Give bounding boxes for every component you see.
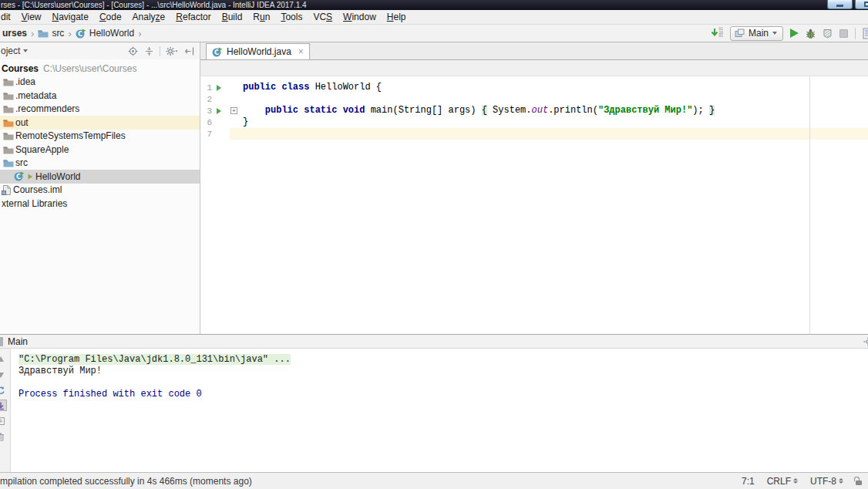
menu-item-tools[interactable]: Tools	[275, 11, 308, 23]
line-number: 2	[200, 94, 212, 106]
menu-item-code[interactable]: Code	[94, 11, 127, 23]
chevron-down-icon[interactable]	[20, 49, 31, 52]
settings-icon[interactable]	[863, 337, 868, 346]
menu-item-run[interactable]: Run	[247, 11, 275, 23]
svg-text:C: C	[78, 30, 82, 38]
menu-item-view[interactable]: View	[16, 11, 47, 23]
menu-item-build[interactable]: Build	[217, 11, 248, 23]
menu-item-vcs[interactable]: VCS	[308, 11, 338, 23]
code-line[interactable]: 6}	[200, 116, 868, 128]
fold-column	[230, 82, 241, 93]
folder-out-icon	[3, 118, 14, 127]
menu-item-navigate[interactable]: Navigate	[47, 11, 94, 23]
tree-item-remotesystemstempfiles[interactable]: RemoteSystemsTempFiles	[0, 130, 200, 143]
collapse-all-icon[interactable]	[141, 46, 157, 56]
tree-item-metadata[interactable]: .metadata	[0, 89, 200, 103]
code-text: }	[241, 116, 248, 128]
run-panel-header: Main	[0, 335, 868, 349]
code-line[interactable]: 1public class HelloWorld {	[200, 82, 868, 93]
tree-item-label: xternal Libraries	[2, 198, 67, 209]
gutter: 6	[200, 116, 230, 128]
console-output[interactable]: "C:\Program Files\Java\jdk1.8.0_131\bin\…	[11, 349, 868, 472]
minimize-button[interactable]	[827, 0, 853, 9]
run-tab-label[interactable]: Main	[8, 336, 28, 347]
fold-column	[230, 116, 241, 128]
soft-wrap-icon[interactable]	[0, 400, 6, 410]
breadcrumb-label: urses	[2, 28, 27, 39]
tree-item-src[interactable]: src	[0, 157, 200, 170]
chevron-down-icon	[772, 32, 777, 35]
folder-icon	[3, 91, 14, 100]
tree-item-label: Courses.iml	[13, 184, 62, 195]
run-button[interactable]	[790, 29, 799, 38]
fold-column	[230, 128, 241, 140]
clear-console-icon[interactable]	[0, 431, 6, 441]
scroll-end-icon[interactable]	[0, 416, 6, 426]
window-controls	[827, 0, 868, 9]
caret-position-widget[interactable]: 7:1	[742, 476, 755, 487]
gear-icon[interactable]	[163, 46, 181, 56]
update-project-icon[interactable]: 01 10 01	[711, 28, 723, 39]
run-configuration-select[interactable]: Main	[730, 26, 783, 41]
tree-item-recommenders[interactable]: .recommenders	[0, 103, 200, 116]
menu-item-dit[interactable]: dit	[0, 11, 16, 23]
stop-button[interactable]	[839, 29, 848, 38]
up-stack-icon[interactable]	[0, 354, 6, 364]
tree-item-squareapple[interactable]: SquareApple	[0, 143, 200, 157]
console-line: Process finished with exit code 0	[19, 389, 868, 400]
editor: C HelloWorld.java × 1public class HelloW…	[200, 42, 868, 334]
breadcrumb-item-helloworld[interactable]: CHelloWorld	[74, 28, 136, 39]
locate-icon[interactable]	[125, 46, 141, 56]
tab-helloworld-java[interactable]: C HelloWorld.java ×	[206, 43, 310, 60]
restart-icon[interactable]	[0, 385, 6, 395]
class-icon: C	[76, 29, 86, 39]
tree-item-courses-iml[interactable]: Courses.iml	[0, 184, 200, 197]
breadcrumb-item-urses[interactable]: urses	[1, 28, 29, 39]
main-area: oject CoursesC:\Users\user\Courses.idea.…	[0, 42, 868, 334]
gutter: 7	[200, 128, 230, 140]
tree-item-idea[interactable]: .idea	[0, 76, 200, 89]
readonly-lock-icon[interactable]	[856, 481, 862, 485]
run-configuration-label: Main	[749, 28, 769, 39]
menu-item-analyze[interactable]: Analyze	[127, 11, 171, 23]
run-with-coverage-button[interactable]	[823, 29, 833, 39]
run-gutter-icon[interactable]	[217, 108, 221, 114]
down-stack-icon[interactable]	[0, 369, 6, 379]
file-icon	[2, 185, 12, 195]
tree-item-out[interactable]: out	[0, 116, 200, 130]
tree-item-label: Courses	[2, 63, 39, 74]
maximize-button[interactable]	[855, 0, 868, 9]
updown-arrows-icon	[793, 478, 798, 484]
tree-item-courses[interactable]: CoursesC:\Users\user\Courses	[0, 62, 200, 76]
encoding-widget[interactable]: UTF-8	[810, 476, 843, 487]
menu-item-help[interactable]: Help	[382, 11, 412, 23]
panel-header-divider	[160, 46, 160, 56]
event-list-icon[interactable]	[863, 28, 868, 39]
line-number: 7	[200, 129, 212, 140]
navigation-bar: urses›src›CHelloWorld› 01 10 01 Main	[0, 25, 868, 42]
menu-item-refactor[interactable]: Refactor	[170, 11, 216, 23]
svg-text:C: C	[214, 49, 219, 56]
code-line[interactable]: 7	[200, 128, 868, 140]
code-line[interactable]: 2	[200, 93, 868, 105]
breadcrumb-item-src[interactable]: src	[36, 28, 66, 39]
tree-item-xternal-libraries[interactable]: xternal Libraries	[0, 197, 200, 211]
window-title: rses - [C:\Users\user\Courses] - [Course…	[1, 1, 307, 9]
project-panel-title: oject	[0, 46, 20, 56]
code-area[interactable]: 1public class HelloWorld {23+ public sta…	[200, 76, 868, 334]
fold-toggle-icon[interactable]: +	[230, 107, 237, 114]
run-toolbar: 01 10 01 Main	[711, 26, 868, 41]
console-line: Здравствуй Мир!	[19, 366, 868, 377]
debug-button[interactable]	[806, 29, 816, 39]
hide-panel-icon[interactable]	[181, 46, 197, 56]
project-tree: CoursesC:\Users\user\Courses.idea.metada…	[0, 59, 200, 334]
run-toolwindow-icon	[0, 337, 3, 346]
line-ending-widget[interactable]: CRLF	[767, 476, 798, 487]
run-gutter-icon[interactable]	[217, 85, 221, 91]
class-icon: C	[14, 171, 25, 181]
tree-item-helloworld[interactable]: CHelloWorld	[0, 170, 200, 184]
title-bar: rses - [C:\Users\user\Courses] - [Course…	[0, 0, 868, 10]
code-line[interactable]: 3+ public static void main(String[] args…	[200, 105, 868, 116]
menu-item-window[interactable]: Window	[338, 11, 382, 23]
close-icon[interactable]: ×	[298, 46, 304, 57]
